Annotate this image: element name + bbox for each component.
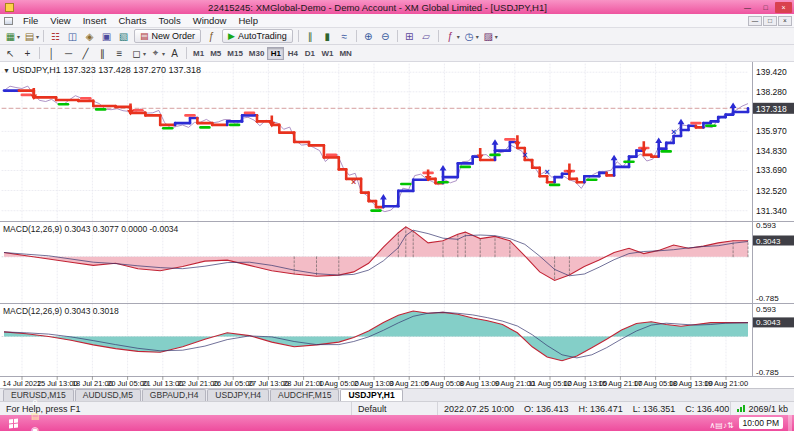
dropdown-arrow-icon[interactable]: ▾ [162, 50, 165, 57]
svg-text:0.593: 0.593 [756, 305, 777, 314]
toolbar-separator [438, 30, 439, 42]
menu-file[interactable]: File [17, 15, 44, 26]
svg-text:3 Aug 21:00: 3 Aug 21:00 [389, 379, 429, 388]
timeframe-m30-button[interactable]: M30 [246, 47, 268, 60]
svg-text:133.690: 133.690 [756, 165, 787, 175]
file-explorer-icon[interactable]: ▤ [25, 409, 45, 423]
bar-chart-icon[interactable]: ∥ [302, 29, 319, 43]
chart-tab-gbpaud-h4[interactable]: GBPAUD,H4 [142, 389, 207, 401]
chart-tab-audchf-m15[interactable]: AUDCHF,M15 [270, 389, 339, 401]
dropdown-arrow-icon[interactable]: ▾ [476, 33, 479, 40]
zoom-out-icon[interactable]: ⊖ [377, 29, 394, 43]
terminal-icon[interactable]: ▣ [98, 29, 115, 43]
timeframe-mn-button[interactable]: MN [336, 47, 354, 60]
svg-text:139.420: 139.420 [756, 67, 787, 77]
new-order-button[interactable]: ▤New Order [134, 29, 201, 43]
toolbar-separator [43, 30, 44, 42]
tray-icon-1[interactable]: ▤ [715, 421, 723, 430]
channel-icon[interactable]: ∥ [94, 46, 111, 60]
browser-icon[interactable]: e [25, 395, 45, 409]
chart-tab-usdjpy-h1[interactable]: USDJPY,H1 [340, 389, 402, 401]
tray-icon-3[interactable]: ⇅ [727, 421, 734, 430]
show-desktop-button[interactable] [788, 415, 792, 431]
svg-text:137.318: 137.318 [756, 104, 787, 114]
toolbar-separator [298, 30, 299, 42]
data-window-icon[interactable]: ◫ [64, 29, 81, 43]
candle-chart-icon[interactable]: ▮ [319, 29, 336, 43]
timeframe-w1-button[interactable]: W1 [318, 47, 336, 60]
metatrader-window: 22415245: XMGlobal-Demo - Demo Account -… [0, 0, 794, 431]
metaeditor-icon[interactable]: ƒ [203, 29, 220, 43]
tile-windows-icon[interactable]: ⊞ [401, 29, 418, 43]
media-icon[interactable]: ◉ [25, 423, 45, 431]
crosshair-icon[interactable]: + [19, 46, 36, 60]
text-icon[interactable]: A [166, 46, 183, 60]
dropdown-arrow-icon[interactable]: ▾ [17, 33, 20, 40]
trendline-icon[interactable]: ╱ [77, 46, 94, 60]
child-minimize-button[interactable]: — [748, 16, 762, 26]
menu-insert[interactable]: Insert [77, 15, 113, 26]
cascade-windows-icon[interactable]: ▱ [418, 29, 435, 43]
toolbar-separator [356, 30, 357, 42]
svg-text:1 Aug 05:00: 1 Aug 05:00 [319, 379, 359, 388]
dropdown-arrow-icon[interactable]: ▾ [143, 50, 146, 57]
standard-toolbar: ▦▾▤▾☷◫◈▣▧▤New Orderƒ▶AutoTrading∥▮≈⊕⊖⊞▱ƒ… [0, 28, 794, 45]
dropdown-arrow-icon[interactable]: ▾ [457, 33, 460, 40]
timeframe-m1-button[interactable]: M1 [190, 47, 207, 60]
menu-window[interactable]: Window [187, 15, 233, 26]
zoom-in-icon[interactable]: ⊕ [360, 29, 377, 43]
taskbar-apps: e▤◉▦ [24, 395, 46, 431]
maximize-button[interactable]: □ [757, 2, 774, 13]
chart-window-icon[interactable] [4, 17, 13, 25]
toolbar-separator [397, 30, 398, 42]
autotrading-play-icon: ▶ [228, 31, 235, 41]
menu-charts[interactable]: Charts [113, 15, 153, 26]
status-profile[interactable]: Default [352, 402, 438, 415]
timeframe-h1-button[interactable]: H1 [267, 47, 284, 60]
fibonacci-icon[interactable]: ≡ [111, 46, 128, 60]
toolbar-separator [186, 47, 187, 59]
svg-text:2 Aug 13:00: 2 Aug 13:00 [354, 379, 394, 388]
windows-taskbar: e▤◉▦ ∧▤♪⇅ 10:00 PM [0, 415, 794, 431]
chart-tab-audusd-m5[interactable]: AUDUSD,M5 [75, 389, 141, 401]
menu-view[interactable]: View [44, 15, 76, 26]
connection-signal-icon [737, 405, 745, 412]
dropdown-arrow-icon[interactable]: ▾ [36, 33, 39, 40]
market-watch-icon[interactable]: ☷ [47, 29, 64, 43]
autotrading-button[interactable]: ▶AutoTrading [222, 29, 293, 43]
order-document-icon: ▤ [140, 31, 149, 41]
taskbar-clock[interactable]: 10:00 PM [739, 417, 783, 429]
timeframe-d1-button[interactable]: D1 [301, 47, 318, 60]
chart-tab-usdjpy-h4[interactable]: USDJPY,H4 [207, 389, 269, 401]
chart-symbol-ohlc-label: ▼ USDJPY,H1 137.323 137.428 137.270 137.… [3, 65, 201, 75]
chart-area: ××××139.420138.280135.970134.830133.6901… [0, 62, 794, 388]
svg-text:131.340: 131.340 [756, 206, 787, 216]
svg-text:×: × [671, 127, 676, 137]
menu-help[interactable]: Help [232, 15, 264, 26]
minimize-button[interactable]: — [739, 2, 756, 13]
status-ohlcv: 2022.07.25 10:00 O: 136.413 H: 136.471 L… [438, 402, 731, 415]
menu-items: FileViewInsertChartsToolsWindowHelp [17, 15, 264, 26]
navigator-icon[interactable]: ◈ [81, 29, 98, 43]
dropdown-arrow-icon[interactable]: ▾ [495, 33, 498, 40]
horizontal-line-icon[interactable]: ─ [60, 46, 77, 60]
chart-tabs-bar: EURUSD,M15AUDUSD,M5GBPAUD,H4USDJPY,H4AUD… [0, 388, 794, 401]
timeframe-h4-button[interactable]: H4 [284, 47, 301, 60]
cursor-icon[interactable]: ↖ [2, 46, 19, 60]
line-chart-icon[interactable]: ≈ [336, 29, 353, 43]
start-button[interactable] [2, 415, 24, 431]
titlebar[interactable]: 22415245: XMGlobal-Demo - Demo Account -… [0, 0, 794, 14]
close-button[interactable]: × [775, 2, 792, 13]
timeframe-m5-button[interactable]: M5 [207, 47, 224, 60]
collapse-triangle-icon[interactable]: ▼ [3, 67, 10, 74]
system-tray: ∧▤♪⇅ 10:00 PM [709, 414, 792, 431]
child-close-button[interactable]: × [778, 16, 792, 26]
vertical-line-icon[interactable]: │ [43, 46, 60, 60]
toolbar-separator [39, 47, 40, 59]
child-restore-button[interactable]: □ [763, 16, 777, 26]
timeframe-m15-button[interactable]: M15 [224, 47, 246, 60]
strategy-tester-icon[interactable]: ▧ [115, 29, 132, 43]
svg-text:135.970: 135.970 [756, 126, 787, 136]
svg-text:19 Aug 21:00: 19 Aug 21:00 [704, 379, 748, 388]
menu-tools[interactable]: Tools [152, 15, 186, 26]
